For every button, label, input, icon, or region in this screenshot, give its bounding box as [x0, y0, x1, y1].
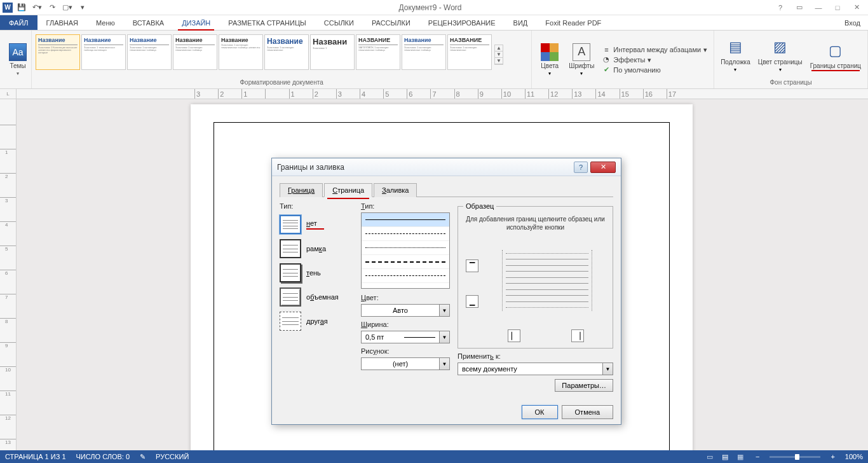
color-combo[interactable]: Авто▼ — [361, 304, 450, 317]
zoom-out-icon[interactable]: − — [756, 453, 759, 460]
width-combo[interactable]: 0,5 пт▼ — [361, 331, 450, 343]
tab-references[interactable]: ССЫЛКИ — [315, 15, 363, 30]
dialog-help-icon[interactable]: ? — [574, 162, 588, 173]
set-default-button[interactable]: ✔По умолчанию — [602, 66, 707, 74]
style-gallery[interactable]: НазваниеЗаголовок 1 Коллекция включает э… — [36, 34, 492, 75]
apply-to-combo[interactable]: всему документу▼ — [458, 363, 613, 375]
zoom-in-icon[interactable]: + — [831, 453, 834, 460]
cancel-button[interactable]: Отмена — [562, 405, 613, 419]
edge-right-button[interactable]: ▕ — [571, 329, 584, 342]
tab-insert[interactable]: ВСТАВКА — [124, 15, 173, 30]
word-app-icon: W — [3, 3, 13, 13]
colors-button[interactable]: Цвета▾ — [536, 41, 564, 79]
tab-design[interactable]: ДИЗАЙН — [173, 15, 219, 30]
page-borders-button[interactable]: ▢ Границы страниц — [808, 38, 864, 72]
color-label: Цвет: — [361, 294, 450, 301]
tab-menu[interactable]: Меню — [87, 15, 124, 30]
minimize-icon[interactable]: — — [810, 1, 827, 14]
style-thumb[interactable]: НазваниеЗаголовок 1 тематическая таблица… — [81, 34, 126, 70]
border-type-box[interactable]: рамка — [280, 237, 353, 261]
tab-shading[interactable]: Заливка — [374, 183, 417, 197]
apply-label: Применить к: — [458, 352, 613, 360]
paragraph-spacing-button[interactable]: ≡Интервал между абзацами ▾ — [602, 45, 707, 54]
border-type-shadow[interactable]: тень — [280, 261, 353, 285]
tab-mailings[interactable]: РАССЫЛКИ — [363, 15, 419, 30]
page-color-icon: ▨ — [770, 37, 790, 57]
zoom-level[interactable]: 100% — [845, 453, 863, 460]
proofing-icon[interactable]: ✎ — [140, 453, 146, 461]
style-thumb[interactable]: НазваниЗаголовок 1 — [310, 34, 355, 70]
tab-file[interactable]: ФАЙЛ — [0, 15, 37, 30]
style-thumb[interactable]: НазваниеЗаголовок 1 коллекция тематическ… — [264, 34, 309, 70]
qat-customize-icon[interactable]: ▾ — [76, 1, 89, 14]
dropdown-icon: ▼ — [439, 358, 449, 370]
dropdown-icon: ▼ — [439, 305, 449, 316]
edge-bottom-button[interactable]: ▁ — [466, 295, 478, 308]
print-layout-icon[interactable]: ▤ — [720, 452, 730, 461]
qat-new-icon[interactable]: ▢▾ — [61, 1, 74, 14]
gallery-scroll[interactable]: ▲▼▼ — [494, 45, 503, 65]
language-status[interactable]: РУССКИЙ — [156, 453, 189, 460]
help-icon[interactable]: ? — [771, 1, 789, 14]
statusbar: СТРАНИЦА 1 ИЗ 1 ЧИСЛО СЛОВ: 0 ✎ РУССКИЙ … — [0, 450, 868, 463]
effects-icon: ◔ — [602, 55, 611, 64]
read-mode-icon[interactable]: ▭ — [705, 452, 715, 461]
edge-top-button[interactable]: ▔ — [466, 259, 478, 272]
tab-view[interactable]: ВИД — [505, 15, 537, 30]
dialog-close-icon[interactable]: ✕ — [590, 162, 616, 173]
style-thumb[interactable]: НазваниеЗаголовок 1 коллекция тематическ… — [173, 34, 217, 70]
effects-button[interactable]: ◔Эффекты ▾ — [602, 55, 707, 64]
web-layout-icon[interactable]: ▦ — [735, 452, 745, 461]
fonts-button[interactable]: A Шрифты▾ — [566, 41, 597, 79]
style-label: Тип: — [361, 202, 450, 210]
border-type-none[interactable]: нет — [280, 212, 353, 237]
style-thumb[interactable]: НазваниеЗаголовок 1 коллекция тематическ… — [127, 34, 172, 70]
style-thumb[interactable]: НазваниеЗаголовок 1 коллекция тематическ… — [219, 34, 263, 70]
style-thumb[interactable]: НазваниеЗаголовок 1 Коллекция включает э… — [36, 34, 80, 70]
tab-home[interactable]: ГЛАВНАЯ — [37, 15, 87, 30]
ok-button[interactable]: ОК — [522, 405, 558, 419]
word-count[interactable]: ЧИСЛО СЛОВ: 0 — [76, 453, 130, 460]
tab-page-border[interactable]: Страница — [324, 183, 372, 197]
style-thumb[interactable]: НАЗВАНИЕЗАГОЛОВОК 1 коллекция тематическ… — [356, 34, 400, 70]
vertical-ruler[interactable]: 1234567891011121314 — [0, 99, 17, 450]
ruler-corner[interactable]: L — [0, 89, 17, 99]
sample-preview[interactable] — [506, 253, 588, 308]
art-label: Рисунок: — [361, 347, 450, 355]
login-link[interactable]: Вход — [837, 15, 868, 30]
themes-button[interactable]: Aa Темы ▾ — [4, 41, 32, 79]
tab-foxit[interactable]: Foxit Reader PDF — [536, 15, 610, 30]
watermark-icon: ▤ — [725, 37, 745, 57]
colors-icon — [541, 43, 559, 61]
horizontal-ruler[interactable]: 3211234567891011121314151617 — [17, 89, 868, 99]
watermark-button[interactable]: ▤ Подложка▾ — [718, 34, 753, 75]
dialog-titlebar[interactable]: Границы и заливка ? ✕ — [272, 158, 621, 176]
style-thumb[interactable]: НазваниеЗаголовок 1 коллекция тематическ… — [402, 34, 446, 70]
qat-redo-icon[interactable]: ↷ — [46, 1, 58, 14]
window-title: Документ9 - Word — [89, 3, 771, 12]
ribbon-options-icon[interactable]: ▭ — [790, 1, 808, 14]
close-window-icon[interactable]: ✕ — [848, 1, 865, 14]
page-borders-icon: ▢ — [825, 41, 846, 61]
tab-border[interactable]: Граница — [280, 183, 323, 197]
titlebar: W 💾 ↶▾ ↷ ▢▾ ▾ Документ9 - Word ? ▭ — □ ✕ — [0, 0, 868, 15]
tab-layout[interactable]: РАЗМЕТКА СТРАНИЦЫ — [219, 15, 315, 30]
zoom-slider[interactable] — [770, 456, 820, 458]
line-style-list[interactable] — [361, 212, 450, 289]
options-button[interactable]: Параметры… — [555, 379, 613, 392]
border-type-custom[interactable]: другая — [280, 309, 353, 333]
dialog-tabs: Граница Страница Заливка — [280, 183, 613, 197]
style-thumb[interactable]: НАЗВАНИЕЗаголовок 1 коллекция тематическ… — [447, 34, 492, 70]
qat-save-icon[interactable]: 💾 — [15, 1, 28, 14]
art-combo[interactable]: (нет)▼ — [361, 357, 450, 370]
maximize-icon[interactable]: □ — [829, 1, 846, 14]
edge-left-button[interactable]: ▏ — [508, 329, 520, 342]
page-status[interactable]: СТРАНИЦА 1 ИЗ 1 — [5, 453, 66, 460]
qat-undo-icon[interactable]: ↶▾ — [31, 1, 43, 14]
ribbon: Aa Темы ▾ НазваниеЗаголовок 1 Коллекция … — [0, 31, 868, 89]
borders-shading-dialog: Границы и заливка ? ✕ Граница Страница З… — [271, 158, 621, 425]
dropdown-icon: ▼ — [439, 331, 449, 343]
page-color-button[interactable]: ▨ Цвет страницы▾ — [756, 34, 805, 75]
tab-review[interactable]: РЕЦЕНЗИРОВАНИЕ — [419, 15, 505, 30]
border-type-3d[interactable]: объемная — [280, 285, 353, 309]
